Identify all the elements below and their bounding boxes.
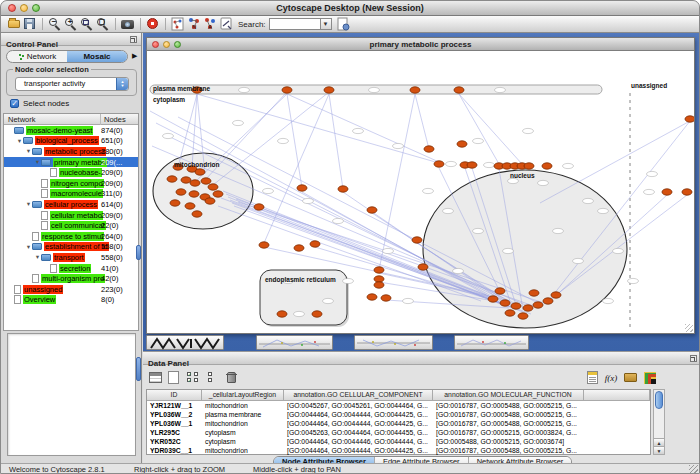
table-column-header[interactable]	[584, 390, 650, 401]
tree-row[interactable]: multi-organism pro42(0)	[4, 273, 138, 284]
graph-node[interactable]	[312, 311, 322, 317]
graph-node[interactable]	[381, 295, 391, 301]
zoom-fit-icon[interactable]: ◻	[96, 17, 110, 31]
snapshot-icon[interactable]	[121, 17, 135, 31]
tree-row[interactable]: nitrogen compo209(0)	[4, 178, 138, 189]
graph-node[interactable]	[192, 211, 202, 217]
graph-node[interactable]	[201, 178, 211, 184]
graph-node[interactable]	[542, 163, 552, 169]
table-column-header[interactable]: ID	[147, 390, 202, 401]
graph-node[interactable]	[213, 191, 223, 197]
formula-icon[interactable]: f(x)	[603, 369, 619, 385]
graph-node[interactable]	[412, 237, 422, 243]
tree-row[interactable]: mosaic-demo-yeast874(0)	[4, 125, 138, 136]
maximize-button[interactable]	[32, 4, 40, 12]
frame-close-button[interactable]	[152, 41, 159, 48]
graph-node[interactable]	[529, 290, 539, 296]
table-column-header[interactable]: _cellularLayoutRegion	[202, 390, 284, 401]
graph-node[interactable]	[310, 241, 320, 247]
table-row[interactable]: YPL036W__2plasma membrane[GO:0044464, GO…	[147, 410, 650, 419]
tree-row[interactable]: ▼cellular process614(0)	[4, 199, 138, 210]
graph-node[interactable]	[189, 191, 199, 197]
graph-node[interactable]	[454, 87, 464, 93]
graph-node[interactable]	[457, 141, 467, 147]
graph-node[interactable]	[500, 300, 510, 306]
frame-minimize-button[interactable]	[163, 41, 170, 48]
graph-node[interactable]	[181, 177, 191, 183]
graph-node[interactable]	[682, 189, 692, 195]
float-panel-icon[interactable]	[690, 355, 697, 362]
frame-maximize-button[interactable]	[174, 41, 181, 48]
tab-network[interactable]: Network	[7, 51, 67, 62]
graph-node[interactable]	[190, 180, 200, 186]
minimized-window-bar[interactable]	[354, 335, 433, 350]
unselect-attributes-icon[interactable]	[204, 369, 220, 385]
create-network-icon[interactable]	[171, 17, 185, 31]
birds-eye-view[interactable]	[7, 333, 136, 456]
minimize-button[interactable]	[20, 4, 28, 12]
tree-row[interactable]: Overview8(0)	[4, 295, 138, 306]
graph-node[interactable]	[524, 163, 534, 169]
graph-node[interactable]	[543, 298, 553, 304]
splitter-handle[interactable]	[136, 245, 141, 260]
tree-row[interactable]: nucleobase-209(0)	[4, 167, 138, 178]
select-attributes-icon[interactable]: ✓✓	[185, 369, 201, 385]
graph-node[interactable]	[418, 264, 428, 270]
graph-node[interactable]	[662, 189, 672, 195]
import-attribute-file-icon[interactable]	[622, 369, 638, 385]
graph-node[interactable]	[185, 203, 195, 209]
table-row[interactable]: YDR039C__1mitochondrion[GO:0044464, GO:0…	[147, 446, 650, 455]
minimized-window-bar[interactable]	[146, 335, 224, 350]
tab-scroll-arrow[interactable]: ▶	[132, 52, 137, 60]
node-color-dropdown[interactable]: transporter activity ▲▼	[15, 77, 129, 91]
scrollbar-thumb[interactable]	[655, 391, 663, 409]
tab-mosaic[interactable]: Mosaic	[67, 51, 127, 62]
minimized-window-bar[interactable]	[454, 335, 529, 350]
graph-node[interactable]	[277, 311, 287, 317]
zoom-in-icon[interactable]: +	[64, 17, 78, 31]
annotation-icon[interactable]	[219, 17, 233, 31]
search-input[interactable]	[269, 18, 321, 30]
graph-node[interactable]	[167, 176, 177, 182]
graph-node[interactable]	[374, 282, 384, 288]
graph-node[interactable]	[259, 242, 269, 248]
window-resize-grip[interactable]	[689, 465, 698, 474]
attribute-table-icon[interactable]	[147, 369, 163, 385]
graph-node[interactable]	[523, 305, 533, 311]
tree-row[interactable]: ▼metabolic process280(0)	[4, 146, 138, 157]
graph-node[interactable]	[195, 169, 205, 175]
graph-node[interactable]	[410, 87, 420, 93]
network-window[interactable]: primary metabolic process plasma membran…	[146, 37, 695, 334]
graph-node[interactable]	[424, 146, 434, 152]
import-attributes-icon[interactable]: A	[203, 17, 217, 31]
tree-row[interactable]: ▼transport558(0)	[4, 252, 138, 263]
graph-node[interactable]	[170, 200, 180, 206]
select-nodes-checkbox[interactable]: ✓	[10, 99, 19, 108]
new-attribute-icon[interactable]	[166, 369, 182, 385]
zoom-out-icon[interactable]: −	[48, 17, 62, 31]
graph-node[interactable]	[518, 313, 528, 319]
network-canvas[interactable]: plasma membrane cytoplasm mitochondrion …	[148, 51, 694, 331]
graph-node[interactable]	[205, 198, 215, 204]
matrix-view-icon[interactable]	[641, 369, 657, 385]
table-row[interactable]: YPL036W__1mitochondrion[GO:0044464, GO:0…	[147, 419, 650, 428]
tree-row[interactable]: ▼primary metabo209(...	[4, 157, 138, 168]
search-dropdown-button[interactable]: ▼	[321, 18, 332, 30]
graph-node[interactable]	[434, 161, 444, 167]
graph-node[interactable]	[297, 185, 307, 191]
graph-node[interactable]	[551, 292, 561, 298]
scroll-down-icon[interactable]: ▼	[654, 446, 664, 454]
table-row[interactable]: YLR295Ccytoplasm[GO:0045263, GO:0044464,…	[147, 428, 650, 437]
graph-node[interactable]	[511, 303, 521, 309]
graph-node[interactable]	[685, 116, 694, 122]
minimized-window-bar[interactable]	[256, 335, 333, 350]
graph-node[interactable]	[495, 288, 505, 294]
table-scrollbar[interactable]: ▲ ▼	[653, 389, 665, 455]
window-titlebar[interactable]: Cytoscape Desktop (New Session)	[1, 1, 699, 16]
tree-row[interactable]: macromolecule311(0)	[4, 189, 138, 200]
graph-node[interactable]	[254, 204, 264, 210]
float-panel-icon[interactable]	[130, 36, 137, 43]
graph-node[interactable]	[533, 302, 543, 308]
tree-header[interactable]: Network Nodes	[4, 114, 138, 125]
attribute-editor-icon[interactable]	[584, 369, 600, 385]
